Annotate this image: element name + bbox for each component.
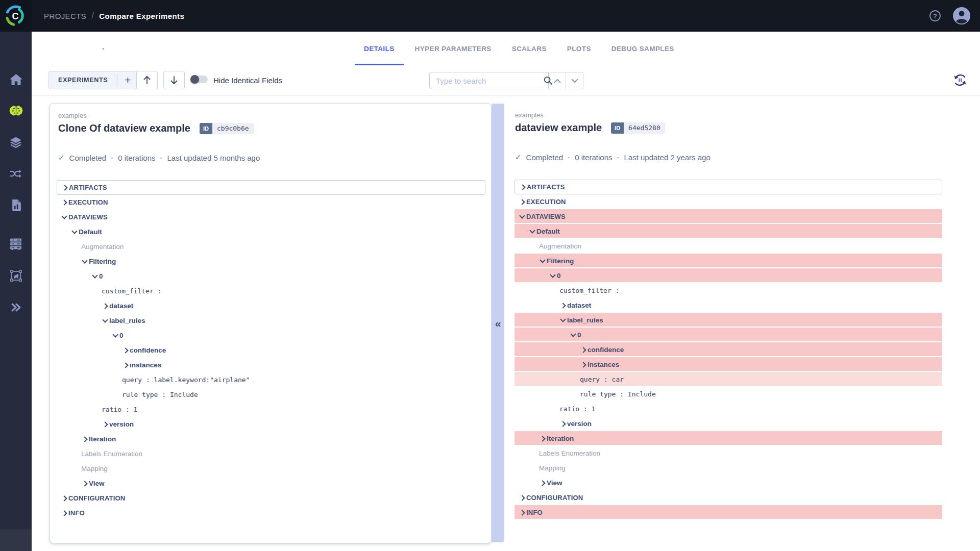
tree-row-version[interactable]: version	[514, 416, 942, 431]
tree-row-label: View	[547, 479, 562, 487]
tree-row-artifacts[interactable]: ARTIFACTS	[57, 180, 485, 195]
tree-row-execution[interactable]: EXECUTION	[57, 195, 485, 210]
chevron-down-icon	[549, 272, 556, 279]
chevron-down-icon	[570, 332, 576, 338]
experiments-button[interactable]: EXPERIMENTS +	[48, 71, 138, 89]
tree-row-label: label_rules	[567, 316, 603, 324]
search-nav-group	[549, 72, 583, 89]
sidebar-item-hyper-datasets[interactable]	[0, 264, 32, 287]
tree-row-version[interactable]: version	[57, 417, 485, 432]
experiment-id-chip[interactable]: ID 64ed5280	[611, 122, 665, 134]
breadcrumb-projects-link[interactable]: PROJECTS	[44, 12, 86, 20]
completed-check-icon: ✓	[58, 153, 65, 162]
search-next-button[interactable]	[566, 72, 583, 89]
help-icon[interactable]: ?	[929, 10, 941, 22]
tree-row-artifacts[interactable]: ARTIFACTS	[514, 180, 942, 194]
tree-row-label: Augmentation	[539, 242, 581, 250]
tree-row-0[interactable]: 0	[514, 268, 942, 283]
chevron-right-icon	[580, 361, 586, 368]
tree-row-dataset[interactable]: dataset	[57, 298, 485, 313]
clearml-logo[interactable]: C	[0, 0, 32, 32]
tree-row-default[interactable]: Default	[514, 224, 942, 239]
tree-row-dataviews[interactable]: DATAVIEWS	[514, 209, 942, 224]
tree-row-label: CONFIGURATION	[68, 494, 125, 502]
dot-separator: ·	[568, 153, 570, 162]
search-input[interactable]	[430, 77, 541, 85]
sidebar-item-pipelines[interactable]	[0, 162, 32, 185]
tree-row-mapping: Mapping	[514, 461, 942, 475]
tree-row-view[interactable]: View	[57, 476, 485, 491]
tab-details[interactable]: DETAILS	[355, 32, 404, 65]
auto-refresh-button[interactable]	[951, 71, 969, 89]
tree-row-label: rule type : Include	[122, 391, 198, 398]
sidebar-item-projects[interactable]	[0, 99, 32, 122]
sidebar-item-home[interactable]	[0, 68, 32, 91]
tree-row-configuration[interactable]: CONFIGURATION	[57, 491, 485, 506]
chevron-right-icon	[81, 436, 88, 442]
chevron-right-icon	[519, 494, 525, 501]
tree-row-filtering[interactable]: Filtering	[57, 254, 485, 269]
tab-scalars[interactable]: SCALARS	[503, 32, 556, 65]
sidebar-item-workers-queues[interactable]	[0, 233, 32, 255]
chevron-right-icon	[580, 346, 586, 353]
tree-row-label: Augmentation	[81, 243, 124, 251]
tree-row-label: CONFIGURATION	[526, 494, 583, 502]
tree-row-default[interactable]: Default	[57, 224, 485, 239]
breadcrumb: PROJECTS / Compare Experiments	[44, 11, 184, 21]
sidebar-item-expand[interactable]	[0, 296, 32, 318]
tree-row-instances[interactable]: instances	[57, 358, 485, 372]
compare-toolbar: EXPERIMENTS + Hide Identical Fields	[32, 65, 980, 96]
next-diff-button[interactable]	[163, 71, 185, 89]
tree-row-confidence[interactable]: confidence	[57, 343, 485, 358]
hyper-datasets-icon	[10, 270, 22, 282]
tree-row-0[interactable]: 0	[514, 328, 942, 342]
datasets-layers-icon	[10, 137, 22, 148]
tree-row-0[interactable]: 0	[57, 328, 485, 343]
experiment-id-chip[interactable]: ID cb9c0b6e	[200, 123, 254, 134]
experiment-title: Clone Of dataview example	[58, 122, 190, 134]
chevron-right-icon	[61, 510, 67, 516]
tree-row-iteration[interactable]: Iteration	[57, 432, 485, 446]
hide-identical-toggle[interactable]	[191, 76, 208, 83]
tree-row-label: confidence	[130, 346, 166, 354]
tree-row-labels-enumeration: Labels Enumeration	[514, 446, 942, 461]
clearml-logo-icon: C	[5, 5, 27, 27]
tree-row-filtering[interactable]: Filtering	[514, 254, 942, 268]
tab-plots[interactable]: PLOTS	[558, 32, 600, 65]
user-avatar[interactable]	[952, 7, 971, 25]
tree-row-info[interactable]: INFO	[57, 506, 485, 520]
sidebar-nav	[0, 32, 32, 551]
tree-row-ratio-1: ratio : 1	[514, 402, 942, 416]
tree-row-confidence[interactable]: confidence	[514, 342, 942, 357]
search-prev-button[interactable]	[549, 72, 566, 89]
experiment-card-left: examples Clone Of dataview example ID cb…	[50, 103, 492, 543]
tree-row-label: Default	[79, 228, 102, 236]
projects-brain-icon	[9, 106, 23, 116]
tab-debug-samples[interactable]: DEBUG SAMPLES	[602, 32, 683, 65]
sidebar-item-datasets[interactable]	[0, 131, 32, 154]
tree-row-label-rules[interactable]: label_rules	[514, 313, 942, 328]
tree-row-dataset[interactable]: dataset	[514, 298, 942, 313]
prev-diff-button[interactable]	[136, 71, 158, 89]
collapse-panel-button[interactable]: «	[492, 315, 504, 331]
tree-row-label: ratio : 1	[559, 405, 595, 413]
sidebar-item-reports[interactable]	[0, 194, 32, 216]
tree-row-view[interactable]: View	[514, 475, 942, 490]
tab-hyper-parameters[interactable]: HYPER PARAMETERS	[406, 32, 501, 65]
tab-bar: DETAILSHYPER PARAMETERSSCALARSPLOTSDEBUG…	[355, 32, 683, 65]
chevron-right-icon	[61, 184, 68, 191]
tree-row-label: label_rules	[109, 317, 145, 324]
tree-row-dataviews[interactable]: DATAVIEWS	[57, 210, 485, 224]
tree-row-label-rules[interactable]: label_rules	[57, 313, 485, 328]
add-experiment-button[interactable]: +	[117, 74, 138, 86]
tree-row-instances[interactable]: instances	[514, 357, 942, 372]
tree-row-label: 0	[577, 331, 581, 339]
chevron-right-icon	[102, 303, 108, 309]
breadcrumb-separator: /	[91, 11, 94, 21]
experiment-title: dataview example	[515, 122, 602, 134]
tree-row-info[interactable]: INFO	[514, 505, 942, 520]
tree-row-iteration[interactable]: Iteration	[514, 431, 942, 446]
tree-row-0[interactable]: 0	[57, 269, 485, 284]
tree-row-execution[interactable]: EXECUTION	[514, 194, 942, 209]
tree-row-configuration[interactable]: CONFIGURATION	[514, 490, 942, 505]
